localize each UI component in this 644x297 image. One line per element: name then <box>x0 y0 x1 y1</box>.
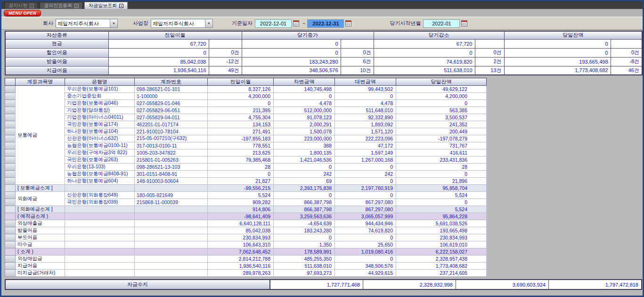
account-group-cell[interactable]: 외화예금 <box>16 192 65 206</box>
amount-cell[interactable]: 866,387,798 <box>274 199 335 206</box>
account-number-cell[interactable] <box>135 206 208 213</box>
amount-cell[interactable]: 230,834,993 <box>208 234 274 241</box>
row-selector[interactable] <box>5 213 16 220</box>
amount-cell[interactable]: 0 <box>208 171 274 178</box>
row-selector[interactable] <box>5 86 16 93</box>
amount-cell[interactable]: 140,745,498 <box>274 86 335 93</box>
amount-cell[interactable]: 512,000,000 <box>274 107 335 114</box>
bank-name-cell[interactable] <box>65 270 135 277</box>
row-selector[interactable] <box>5 220 16 227</box>
account-number-cell[interactable] <box>135 227 208 234</box>
bank-name-cell[interactable]: 국민은행(보통예금263) <box>65 157 135 164</box>
account-number-cell[interactable]: 215801-01-005263 <box>135 157 208 164</box>
amount-cell[interactable]: 2,197,760,919 <box>335 185 396 192</box>
amount-cell[interactable]: 0 <box>335 93 396 100</box>
account-group-cell[interactable]: 보통예금 <box>16 86 65 185</box>
amount-cell[interactable]: 0 <box>335 178 396 185</box>
row-selector[interactable] <box>5 164 16 171</box>
chevron-down-icon[interactable]: ▼ <box>110 19 117 27</box>
amount-cell[interactable]: 0 <box>335 256 396 263</box>
amount-cell[interactable]: 563,385 <box>396 107 487 114</box>
row-selector[interactable] <box>5 178 16 185</box>
amount-cell[interactable]: 106,619,010 <box>396 241 487 248</box>
row-selector[interactable] <box>5 248 16 256</box>
tab-notice[interactable]: 공지사항 × <box>4 2 38 9</box>
amount-cell[interactable]: 230,834,993 <box>396 234 487 241</box>
amount-cell[interactable]: 1,571,120 <box>335 128 396 135</box>
amount-cell[interactable]: -197,855,183 <box>208 135 274 142</box>
amount-cell[interactable]: 193,665,498 <box>396 227 487 234</box>
row-selector[interactable] <box>5 227 16 234</box>
amount-cell[interactable]: 1,597,149 <box>335 149 396 157</box>
amount-cell[interactable]: 511,648,010 <box>335 107 396 114</box>
amount-cell[interactable]: 44,929,615 <box>335 270 396 277</box>
row-selector[interactable] <box>5 199 16 206</box>
account-number-cell[interactable] <box>135 270 208 277</box>
amount-cell[interactable]: 0 <box>335 192 396 199</box>
amount-cell[interactable]: 0 <box>396 171 487 178</box>
amount-cell[interactable]: 233,431,836 <box>396 157 487 164</box>
amount-cell[interactable]: 49,629,122 <box>396 86 487 93</box>
account-name-cell[interactable]: 외상매출금 <box>16 220 65 227</box>
amount-cell[interactable]: 222,223,096 <box>335 135 396 142</box>
account-name-cell[interactable]: [ 외화예금소계 ] <box>16 206 65 213</box>
tab-daily-fund-report[interactable]: 자금일보조회 × <box>84 2 128 9</box>
tab-close-icon[interactable]: × <box>119 4 123 8</box>
amount-cell[interactable]: 183,243,280 <box>274 227 335 234</box>
amount-cell[interactable]: 2,328,957,438 <box>396 256 487 263</box>
amount-cell[interactable]: 0 <box>396 199 487 206</box>
bank-name-cell[interactable]: 기업은행(당좌통장) <box>65 107 135 114</box>
amount-cell[interactable]: 21,827 <box>208 178 274 185</box>
amount-cell[interactable]: 95,864,228 <box>396 213 487 220</box>
amount-cell[interactable]: 1,019,080,416 <box>335 248 396 256</box>
account-number-cell[interactable]: 215868-11-000039 <box>135 199 208 206</box>
menu-open-button[interactable]: MENU OPEN <box>4 10 41 16</box>
amount-cell[interactable]: 47,172 <box>335 142 396 149</box>
row-selector[interactable] <box>5 157 16 164</box>
amount-cell[interactable]: 271,491 <box>208 128 274 135</box>
row-selector[interactable] <box>5 107 16 114</box>
amount-cell[interactable]: 241,352 <box>396 121 487 128</box>
amount-cell[interactable]: 3,500,537 <box>396 114 487 121</box>
period-start-input[interactable] <box>423 19 460 28</box>
amount-cell[interactable]: 0 <box>274 164 335 171</box>
amount-cell[interactable]: 69 <box>274 178 335 185</box>
row-selector[interactable] <box>5 256 16 263</box>
bank-name-cell[interactable] <box>65 213 135 220</box>
amount-cell[interactable]: 485,255,350 <box>274 256 335 263</box>
tab-close-icon[interactable]: × <box>30 4 34 8</box>
amount-cell[interactable]: 1,936,540,116 <box>208 263 274 270</box>
amount-cell[interactable]: -99,556,215 <box>208 185 274 192</box>
row-selector[interactable] <box>5 263 16 270</box>
account-number-cell[interactable]: 027-055829-01-046 <box>135 100 208 107</box>
bank-name-cell[interactable]: 기업은행(마이너스04011) <box>65 114 135 121</box>
amount-cell[interactable]: 0 <box>274 192 335 199</box>
bank-name-cell[interactable]: 신한은행(외화통장649) <box>65 192 135 199</box>
account-name-cell[interactable]: 미수금 <box>16 241 65 248</box>
bank-name-cell[interactable]: 하나은행(보통예금604) <box>65 178 135 185</box>
row-selector[interactable] <box>5 93 16 100</box>
account-number-cell[interactable] <box>135 234 208 241</box>
amount-cell[interactable]: 106,643,310 <box>208 241 274 248</box>
bank-name-cell[interactable]: 농협은행(보통예금0100-11) <box>65 142 135 149</box>
row-selector[interactable] <box>5 121 16 128</box>
account-number-cell[interactable]: 317-0013-0100-11 <box>135 142 208 149</box>
amount-cell[interactable]: 1,773,408,682 <box>396 263 487 270</box>
amount-cell[interactable]: -197,078,279 <box>396 135 487 142</box>
bank-name-cell[interactable] <box>65 185 135 192</box>
row-selector[interactable] <box>5 206 16 213</box>
row-selector[interactable] <box>5 241 16 248</box>
bank-name-cell[interactable] <box>65 220 135 227</box>
amount-cell[interactable]: 0 <box>274 93 335 100</box>
bank-name-cell[interactable] <box>65 248 135 256</box>
row-selector[interactable] <box>5 185 16 192</box>
calendar-icon[interactable] <box>345 20 351 26</box>
account-number-cell[interactable]: 221-910010-78104 <box>135 128 208 135</box>
amount-cell[interactable]: 92,332,890 <box>335 114 396 121</box>
account-name-cell[interactable]: 미지급금(거래처) <box>16 270 65 277</box>
bank-name-cell[interactable]: 국민은행(외화통장039) <box>65 199 135 206</box>
bank-name-cell[interactable] <box>65 256 135 263</box>
account-number-cell[interactable] <box>135 263 208 270</box>
amount-cell[interactable]: 97,693,273 <box>274 270 335 277</box>
amount-cell[interactable]: 1,267,000,168 <box>335 157 396 164</box>
